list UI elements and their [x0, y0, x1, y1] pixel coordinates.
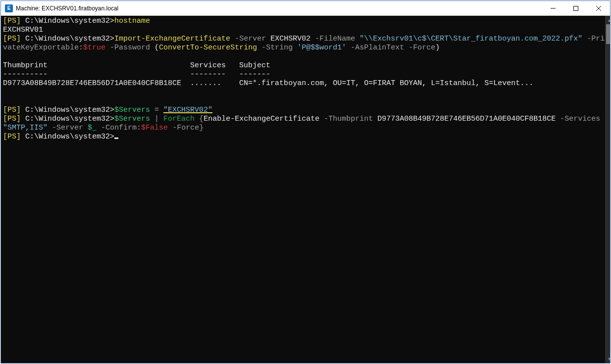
- param-string: -String: [261, 44, 293, 52]
- param-server: -Server: [235, 35, 266, 43]
- cmd-convertto: ConvertTo-SecureString: [159, 44, 257, 52]
- minimize-icon: [551, 6, 556, 11]
- close-icon: [596, 6, 601, 11]
- col-services: Services: [190, 61, 226, 70]
- val-password: 'P@$$word1': [297, 44, 346, 52]
- cmd-hostname: hostname: [114, 17, 150, 25]
- param-filename: -FileName: [315, 35, 355, 43]
- paren-close: ): [435, 44, 440, 52]
- val-filename: "\\Exchsrv01\c$\CERT\Star_firatboyan.com…: [359, 35, 582, 43]
- row-subject: CN=*.firatboyan.com, OU=IT, O=FIRAT BOYA…: [239, 79, 533, 88]
- val-services: "SMTP,IIS": [3, 124, 48, 132]
- paren-open: (: [154, 44, 159, 52]
- minimize-button[interactable]: [542, 1, 564, 16]
- cursor: [114, 137, 118, 139]
- scroll-thumb[interactable]: [606, 24, 610, 44]
- col-thumbprint: Thumbprint: [3, 61, 48, 70]
- svg-rect-0: [574, 6, 578, 10]
- cmd-enable-cert: Enable-ExchangeCertificate: [204, 115, 319, 123]
- client-area: [PS] C:\Windows\system32>hostname EXCHSR…: [1, 16, 610, 363]
- window-title: Machine: EXCHSRV01.firatboyan.local: [16, 5, 118, 12]
- cmd-import-cert: Import-ExchangeCertificate: [114, 35, 230, 43]
- val-thumbprint: D9773A08B49B728E746EB56D71A0E040CF8B18CE: [377, 115, 556, 123]
- var-servers2: $Servers: [114, 115, 150, 123]
- titlebar[interactable]: E Machine: EXCHSRV01.firatboyan.local: [1, 1, 610, 16]
- val-false: $False: [141, 124, 168, 132]
- param-asplaintext: -AsPlainText: [351, 44, 404, 52]
- param-confirm: -Confirm:: [101, 124, 141, 132]
- kw-foreach: ForEach: [163, 115, 195, 123]
- param-thumbprint: -Thumbprint: [324, 115, 373, 123]
- param-force: -Force: [408, 44, 435, 52]
- scroll-up-button[interactable]: ▲: [605, 16, 610, 24]
- scroll-down-button[interactable]: ▼: [605, 355, 610, 363]
- terminal-output[interactable]: [PS] C:\Windows\system32>hostname EXCHSR…: [1, 16, 605, 363]
- val-server: EXCHSRV02: [270, 35, 310, 43]
- row-thumbprint: D9773A08B49B728E746EB56D71A0E040CF8B18CE: [3, 79, 181, 88]
- param-force2: -Force: [172, 124, 199, 132]
- param-password: -Password: [110, 44, 150, 52]
- console-window: E Machine: EXCHSRV01.firatboyan.local [P…: [0, 0, 611, 364]
- maximize-icon: [573, 6, 578, 11]
- prompt-ps: [PS]: [3, 17, 21, 25]
- app-icon: E: [5, 4, 13, 12]
- scrollbar[interactable]: ▲ ▼: [605, 16, 610, 363]
- param-services: -Services: [560, 115, 600, 123]
- close-button[interactable]: [587, 1, 610, 16]
- prompt-path: [21, 17, 25, 25]
- var-servers: $Servers: [114, 106, 150, 114]
- row-services: .......: [190, 79, 221, 88]
- col-subject: Subject: [239, 61, 270, 70]
- maximize-button[interactable]: [564, 1, 587, 16]
- param-server2: -Server: [52, 124, 83, 132]
- out-hostname: EXCHSRV01: [3, 26, 43, 34]
- val-true: $true: [83, 44, 105, 52]
- val-exchsrv02: "EXCHSRV02": [163, 106, 212, 114]
- val-dollar-underscore: $_: [88, 124, 97, 132]
